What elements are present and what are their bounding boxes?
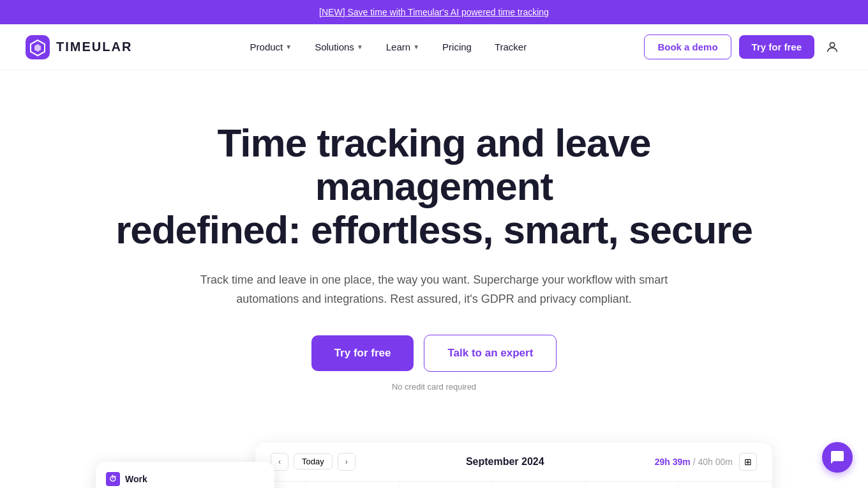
chevron-down-icon: ▼ — [357, 43, 363, 50]
nav-item-solutions[interactable]: Solutions ▼ — [306, 36, 372, 57]
calendar-total: 29h 39m / 40h 00m — [655, 457, 733, 467]
nav-item-product[interactable]: Product ▼ — [241, 36, 301, 57]
chevron-down-icon: ▼ — [285, 43, 292, 50]
svg-point-1 — [830, 42, 834, 47]
chat-bubble-button[interactable] — [822, 442, 853, 473]
nav-item-learn[interactable]: Learn ▼ — [377, 36, 428, 57]
calendar-view-icon[interactable]: ⊞ — [739, 453, 757, 471]
nav-item-pricing[interactable]: Pricing — [433, 36, 481, 57]
top-banner[interactable]: [NEW] Save time with Timeular's AI power… — [0, 0, 868, 24]
banner-link[interactable]: [NEW] Save time with Timeular's AI power… — [319, 7, 549, 17]
hero-title: Time tracking and leave management redef… — [108, 121, 760, 252]
calendar-next-button[interactable]: › — [338, 453, 355, 471]
main-nav: Product ▼ Solutions ▼ Learn ▼ Pricing Tr… — [241, 36, 536, 57]
try-free-nav-button[interactable]: Try for free — [739, 35, 814, 59]
calendar-panel: ‹ Today › September 2024 29h 39m / 40h 0… — [255, 443, 772, 488]
header-actions: Book a demo Try for free — [644, 34, 842, 59]
day-header-1: Tu 14 8h 12m / 8h 00m — [400, 482, 493, 488]
calendar-total-area: 29h 39m / 40h 00m ⊞ — [655, 453, 757, 471]
no-credit-card-text: No credit card required — [108, 382, 760, 392]
chevron-down-icon: ▼ — [413, 43, 419, 50]
user-account-icon[interactable] — [822, 37, 842, 57]
logo-icon — [26, 35, 50, 59]
calendar-month: September 2024 — [466, 456, 544, 468]
app-preview: ⏱ Work A Admin Time 2:13:42 Billable Ear… — [83, 443, 785, 488]
day-header-0: Mo 13 0h 0mm / 0h 00m — [306, 482, 400, 488]
header: TIMEULAR Product ▼ Solutions ▼ Learn ▼ P… — [0, 24, 868, 70]
calendar-nav: ‹ Today › — [271, 453, 355, 471]
nav-item-tracker[interactable]: Tracker — [486, 36, 535, 57]
hero-section: Time tracking and leave management redef… — [83, 70, 785, 417]
time-entry-widget: ⏱ Work A Admin Time 2:13:42 Billable Ear… — [96, 462, 274, 488]
logo[interactable]: TIMEULAR — [26, 35, 132, 59]
day-header-2: We 15 5h 23m / 8h 00m — [493, 482, 586, 488]
hero-cta-buttons: Try for free Talk to an expert — [108, 335, 760, 372]
talk-to-expert-button[interactable]: Talk to an expert — [424, 335, 557, 372]
calendar-today-button[interactable]: Today — [294, 454, 333, 469]
logo-text: TIMEULAR — [56, 40, 132, 54]
book-demo-button[interactable]: Book a demo — [644, 34, 731, 59]
try-free-hero-button[interactable]: Try for free — [311, 335, 414, 371]
day-header-3: Th 16 7h 14m / 8h 00m — [586, 482, 679, 488]
calendar-day-headers: Mo 13 0h 0mm / 0h 00m Tu 14 8h 12m / 8h … — [255, 482, 772, 488]
day-header-4: Fr 17 2h 24m / 8h 00m — [679, 482, 772, 488]
widget-work-header: ⏱ Work — [106, 472, 264, 486]
calendar-header: ‹ Today › September 2024 29h 39m / 40h 0… — [255, 443, 772, 482]
hero-subtitle: Track time and leave in one place, the w… — [185, 270, 683, 309]
work-icon: ⏱ — [106, 472, 120, 486]
